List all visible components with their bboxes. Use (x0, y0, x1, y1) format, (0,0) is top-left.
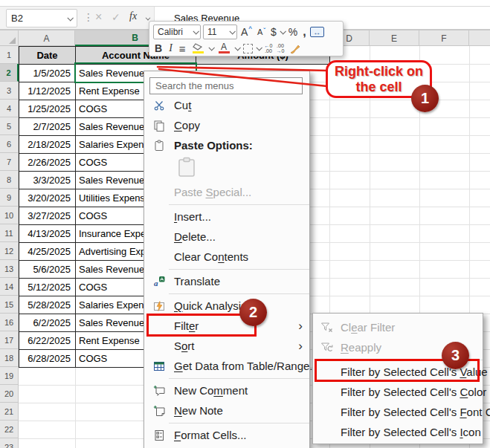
cell-A11[interactable]: 4/13/2025 (19, 225, 76, 243)
row-header-2[interactable]: 2 (0, 64, 19, 82)
chevron-down-icon[interactable] (256, 45, 262, 51)
border-style-icon[interactable] (243, 44, 253, 53)
insert-function-icon[interactable]: fx (129, 10, 139, 22)
chevron-down-icon[interactable] (208, 45, 214, 51)
decrease-font-size-button[interactable]: Aˇ (256, 25, 267, 39)
menu-item-label: Paste Options: (174, 139, 253, 152)
menu-item-filter-by-font-color[interactable]: Filter by Selected Cell's Font Color (313, 402, 483, 422)
row-header-4[interactable]: 4 (0, 100, 19, 117)
borders-button[interactable]: ≡ (178, 41, 187, 56)
cancel-icon[interactable]: × (95, 10, 102, 24)
row-header-3[interactable]: 3 (0, 82, 19, 100)
chevron-down-icon[interactable] (67, 15, 73, 21)
row-header-11[interactable]: 11 (0, 224, 19, 242)
callout-text-line2: the cell (355, 79, 402, 95)
menu-item-paste-options[interactable]: Paste Options: (144, 135, 309, 155)
menu-item-quick-analysis[interactable]: Quick Analysis (144, 296, 309, 316)
column-header-G[interactable]: G (469, 30, 490, 46)
italic-button[interactable]: I (167, 41, 174, 56)
row-header-12[interactable]: 12 (0, 242, 19, 260)
comma-style-button[interactable]: , (301, 25, 307, 39)
search-input[interactable]: Search the menus (149, 77, 303, 94)
row-header-5[interactable]: 5 (0, 117, 19, 135)
menu-item-clear-contents[interactable]: Clear Contents (144, 247, 309, 267)
cell-A16[interactable]: 6/2/2025 (19, 314, 76, 332)
column-header-F[interactable]: F (419, 30, 469, 46)
row-header-23[interactable]: 23 (0, 438, 19, 448)
menu-item-new-note[interactable]: New Note (144, 400, 309, 421)
cell-A14[interactable]: 5/12/2025 (19, 279, 76, 296)
format-cells-icon (152, 429, 166, 442)
fx-chevron-icon (146, 16, 151, 21)
cell-A15[interactable]: 5/28/2025 (19, 296, 76, 314)
cell-A3[interactable]: 1/12/2025 (19, 82, 76, 100)
increase-decimal-button[interactable]: ←0.00 (265, 43, 273, 53)
menu-item-label: Filter by Selected Cell's Color (341, 386, 486, 398)
row-header-16[interactable]: 16 (0, 314, 19, 331)
merge-center-icon[interactable]: ↔ (310, 27, 324, 37)
percent-style-button[interactable]: % (287, 25, 299, 39)
enter-icon[interactable]: ✓ (112, 11, 120, 23)
menu-item-sort[interactable]: Sort› (144, 336, 309, 356)
chevron-down-icon[interactable] (280, 28, 286, 34)
row-header-9[interactable]: 9 (0, 189, 19, 207)
font-name-select[interactable]: Calibri (153, 25, 201, 39)
font-size-select[interactable]: 11 (203, 25, 237, 39)
menu-item-format-cells[interactable]: Format Cells... (144, 425, 309, 445)
row-header-22[interactable]: 22 (0, 421, 19, 438)
row-header-13[interactable]: 13 (0, 260, 19, 278)
row-header-19[interactable]: 19 (0, 367, 19, 385)
cell-A6[interactable]: 2/18/2025 (19, 136, 76, 154)
cell-A18[interactable]: 6/28/2025 (19, 350, 76, 368)
cell-A13[interactable]: 5/6/2025 (19, 261, 76, 279)
row-header-15[interactable]: 15 (0, 296, 19, 314)
row-header-6[interactable]: 6 (0, 135, 19, 153)
menu-item-delete[interactable]: Delete... (144, 227, 309, 247)
menu-item-copy[interactable]: Copy (144, 115, 309, 135)
cell-A10[interactable]: 3/27/2025 (19, 207, 76, 225)
menu-item-cut[interactable]: Cut (144, 95, 309, 115)
accounting-format-button[interactable]: $ (269, 25, 278, 39)
menu-item-translate[interactable]: aTranslate (144, 271, 309, 291)
menu-item-filter-by-icon[interactable]: Filter by Selected Cell's Icon (313, 422, 483, 442)
table-header-date[interactable]: Date (19, 47, 76, 65)
cell-A7[interactable]: 2/26/2025 (19, 154, 76, 172)
select-all-corner[interactable] (0, 30, 19, 46)
menu-item-new-comment[interactable]: New Comment (144, 380, 309, 400)
cell-A8[interactable]: 3/3/2025 (19, 172, 76, 189)
column-header-E[interactable]: E (370, 30, 419, 46)
paste-option-keep-source-button[interactable] (144, 155, 309, 182)
row-header-17[interactable]: 17 (0, 331, 19, 349)
cell-A12[interactable]: 4/25/2025 (19, 243, 76, 261)
row-header-10[interactable]: 10 (0, 207, 19, 224)
row-header-8[interactable]: 8 (0, 171, 19, 189)
formula-bar-grip-icon: ⋮ (83, 11, 94, 23)
format-painter-icon[interactable] (288, 41, 303, 56)
decrease-decimal-button[interactable]: .00→0 (276, 43, 284, 53)
cell-A9[interactable]: 3/20/2025 (19, 189, 76, 207)
bold-button[interactable]: B (153, 41, 164, 56)
menu-item-get-data[interactable]: Get Data from Table/Range... (144, 356, 309, 376)
cell-A2[interactable]: 1/5/2025 (19, 65, 76, 82)
menu-item-label: Clear Filter (341, 321, 395, 334)
menu-item-filter-by-color[interactable]: Filter by Selected Cell's Color (313, 382, 483, 402)
font-color-button[interactable]: A (217, 41, 231, 56)
row-header-18[interactable]: 18 (0, 349, 19, 367)
column-header-A[interactable]: A (19, 30, 75, 46)
menu-item-filter[interactable]: Filter› (144, 316, 309, 336)
menu-item-label: New Note (174, 404, 223, 417)
name-box[interactable]: B2 (6, 9, 77, 27)
row-header-14[interactable]: 14 (0, 278, 19, 296)
row-header-21[interactable]: 21 (0, 403, 19, 421)
fill-color-swatch (193, 51, 204, 53)
row-header-7[interactable]: 7 (0, 153, 19, 171)
increase-font-size-button[interactable]: A^ (239, 25, 254, 39)
cell-A17[interactable]: 6/22/2025 (19, 332, 76, 350)
menu-item-insert[interactable]: Insert... (144, 207, 309, 227)
cell-A5[interactable]: 2/7/2025 (19, 118, 76, 136)
row-header-1[interactable]: 1 (0, 46, 19, 64)
fill-color-button[interactable] (191, 41, 205, 56)
cell-A4[interactable]: 1/25/2025 (19, 100, 76, 118)
chevron-down-icon[interactable] (234, 45, 240, 51)
row-header-20[interactable]: 20 (0, 385, 19, 403)
